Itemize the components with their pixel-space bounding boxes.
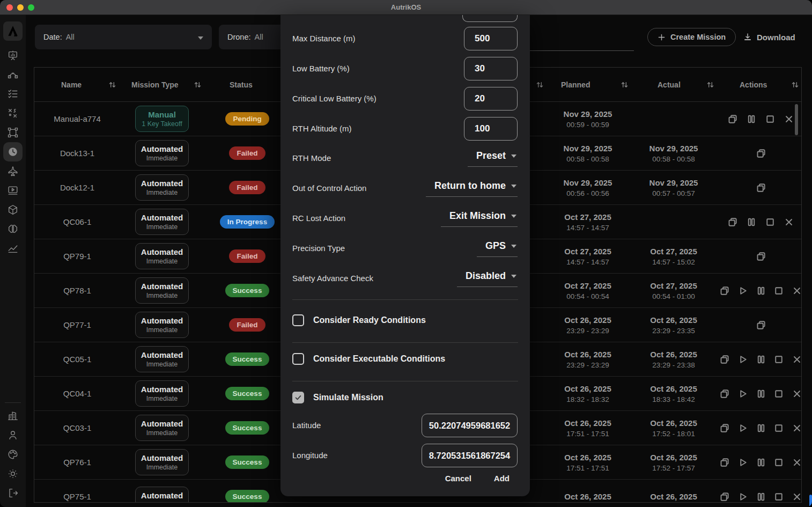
simulate-mission-checkbox[interactable]: Simulate Mission [292,391,383,404]
sidebar-item-history[interactable] [3,142,23,161]
rth-altitude-input[interactable] [464,117,518,141]
close-action-button[interactable] [783,216,795,228]
copy-action-button[interactable] [719,422,730,434]
copy-action-button[interactable] [727,113,739,125]
copy-action-button[interactable] [719,285,730,297]
stop-action-button[interactable] [773,491,785,503]
close-action-button[interactable] [783,113,795,125]
play-action-button[interactable] [737,285,749,297]
pause-action-button[interactable] [745,216,757,228]
pause-action-button[interactable] [745,113,757,125]
critical-low-battery-label: Critical Low Battery (%) [292,87,377,111]
stop-action-button[interactable] [773,354,785,365]
sidebar-item-3d-view[interactable] [3,200,23,219]
cancel-button[interactable]: Cancel [445,474,471,483]
stop-icon [773,388,784,399]
sort-icon-mission-type[interactable] [194,80,202,89]
sidebar-item-video-feed[interactable] [3,181,23,200]
sidebar-item-object-group[interactable] [3,123,23,142]
stop-action-button[interactable] [764,113,776,125]
sidebar-item-randomizer[interactable] [3,104,23,123]
stop-action-button[interactable] [773,388,785,400]
create-mission-button[interactable]: Create Mission [647,28,736,46]
actual-cell: Oct 26, 2025 23:29 - 23:35 [631,308,717,342]
sidebar-item-drone[interactable] [3,161,23,181]
sidebar-item-vector-path[interactable] [3,65,23,84]
max-distance-input[interactable] [464,27,518,50]
sidebar-item-ai[interactable] [3,219,23,239]
sidebar-item-organization[interactable] [3,406,23,425]
mission-name: QP75-1 [34,480,120,503]
low-battery-input[interactable] [464,57,518,80]
sidebar-item-checklist[interactable] [3,84,23,104]
sort-icon-actions[interactable] [791,80,799,89]
sidebar-item-dashboard[interactable] [3,46,23,65]
stop-action-button[interactable] [773,422,785,434]
copy-action-button[interactable] [755,182,767,194]
play-action-button[interactable] [737,457,749,468]
planned-cell: Oct 26, 2025 23:29 - 23:29 [545,342,631,376]
pause-action-button[interactable] [755,354,766,365]
close-action-button[interactable] [791,285,802,297]
date-filter-dropdown[interactable]: Date: All [35,25,212,49]
play-action-button[interactable] [737,388,749,400]
pause-action-button[interactable] [755,422,766,434]
latitude-input[interactable] [422,414,518,437]
longitude-input[interactable] [422,444,518,467]
table-scrollbar-thumb[interactable] [795,104,798,135]
sidebar-item-analytics[interactable] [3,239,23,258]
consider-ready-conditions-checkbox[interactable]: Consider Ready Conditions [292,314,426,327]
actual-time: 23:29 - 23:38 [652,360,695,370]
copy-action-button[interactable] [719,457,730,468]
copy-icon [719,388,730,399]
rc-lost-action-select[interactable]: Exit Mission [441,210,518,227]
sort-icon-actual[interactable] [706,80,714,89]
out-of-control-select[interactable]: Return to home [426,180,518,197]
actual-cell [631,205,717,239]
safety-advance-check-select[interactable]: Disabled [457,270,518,287]
close-icon [792,285,802,296]
sidebar-item-brightness[interactable] [3,464,23,483]
copy-action-button[interactable] [719,388,730,400]
stop-action-button[interactable] [764,216,776,228]
sidebar-item-user[interactable] [3,425,23,445]
stop-action-button[interactable] [773,457,785,468]
download-button[interactable]: Download [743,28,795,46]
pause-action-button[interactable] [755,457,766,468]
close-action-button[interactable] [791,422,802,434]
critical-low-battery-input[interactable] [464,87,518,111]
play-action-button[interactable] [737,354,749,365]
status-badge: Failed [229,249,265,263]
copy-action-button[interactable] [719,491,730,503]
pause-action-button[interactable] [755,388,766,400]
sort-icon-name[interactable] [108,80,116,89]
consider-executable-conditions-checkbox[interactable]: Consider Executable Conditions [292,352,445,365]
add-button[interactable]: Add [494,474,510,483]
precision-type-select[interactable]: GPS [477,240,518,257]
close-action-button[interactable] [791,491,802,503]
copy-action-button[interactable] [727,216,739,228]
sidebar-item-logout[interactable] [3,483,23,503]
pause-action-button[interactable] [755,491,766,503]
copy-action-button[interactable] [755,319,767,331]
pause-action-button[interactable] [755,285,766,297]
copy-action-button[interactable] [719,354,730,365]
planned-date: Oct 26, 2025 [564,417,611,429]
close-action-button[interactable] [791,457,802,468]
play-action-button[interactable] [737,491,749,503]
planned-time: 00:56 - 00:56 [566,188,609,199]
stop-action-button[interactable] [773,285,785,297]
copy-action-button[interactable] [755,251,767,262]
actual-cell [631,102,717,136]
sidebar-item-theme[interactable] [3,445,23,464]
sort-icon[interactable] [536,80,544,89]
sidebar [0,15,26,507]
scrollbar-thumb-blue[interactable] [809,495,812,507]
copy-action-button[interactable] [755,148,767,159]
partial-input[interactable] [462,15,518,22]
close-action-button[interactable] [791,388,802,400]
rth-mode-select[interactable]: Preset [468,150,518,167]
play-action-button[interactable] [737,422,749,434]
sort-icon-planned[interactable] [621,80,629,89]
close-action-button[interactable] [791,354,802,365]
